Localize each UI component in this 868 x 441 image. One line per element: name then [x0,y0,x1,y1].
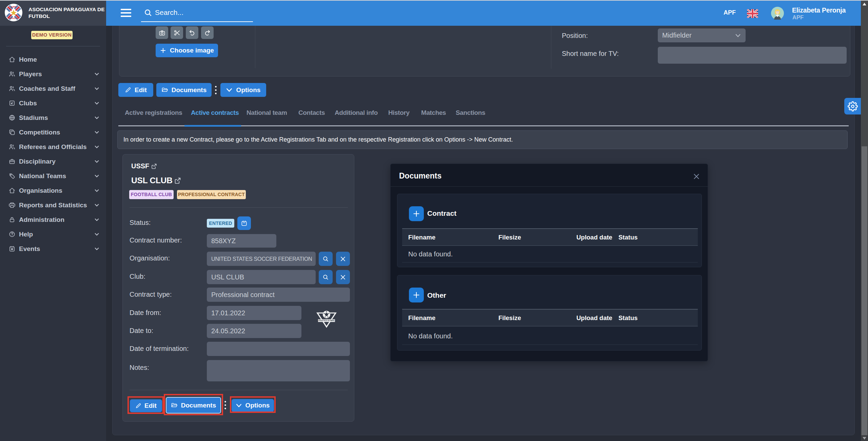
svg-text:APF: APF [11,5,16,8]
svg-text:PARAGUAY: PARAGUAY [8,17,19,19]
svg-text:ATHLETICO OLYMPIC: ATHLETICO OLYMPIC [318,320,335,321]
